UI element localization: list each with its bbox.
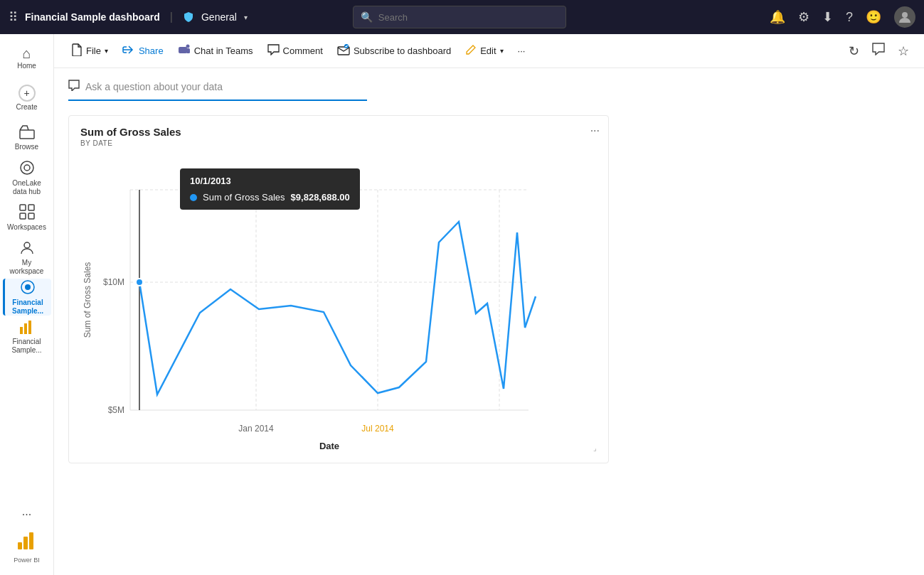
sidebar-item-onelake-label: OneLakedata hub [12, 179, 41, 196]
more-options-button[interactable]: ··· [512, 42, 531, 60]
chart-svg: $10M $5M Jan 2014 Jul 2014 Date Sum of G… [80, 154, 543, 453]
main-layout: ⌂ Home + Create Browse OneLakedata hub W… [0, 34, 924, 575]
chat-in-teams-label: Chat in Teams [194, 45, 253, 56]
svg-text:$10M: $10M [103, 277, 124, 287]
favorite-button[interactable]: ☆ [894, 40, 913, 63]
svg-rect-6 [20, 213, 26, 219]
sidebar: ⌂ Home + Create Browse OneLakedata hub W… [0, 34, 54, 575]
search-icon: 🔍 [361, 11, 373, 23]
svg-rect-1 [20, 130, 34, 139]
chat-in-teams-button[interactable]: Chat in Teams [172, 41, 259, 61]
create-icon: + [18, 85, 36, 102]
search-bar[interactable]: 🔍 [353, 6, 566, 28]
sidebar-item-myworkspace-label: Myworkspace [10, 259, 44, 276]
edit-button[interactable]: Edit ▾ [460, 41, 509, 61]
nav-divider: | [170, 11, 173, 23]
sidebar-item-financialsample2-label: FinancialSample... [11, 338, 41, 355]
workspace-name[interactable]: General [201, 11, 237, 23]
sidebar-item-browse-label: Browse [15, 143, 38, 151]
svg-text:Sum of Gross Sales: Sum of Gross Sales [83, 262, 92, 338]
browse-icon [19, 125, 35, 141]
teams-icon [178, 44, 191, 58]
powerbi-logo: Power BI [14, 527, 40, 564]
toolbar-chat-button[interactable] [869, 39, 888, 63]
sidebar-item-create-label: Create [16, 103, 37, 112]
svg-point-2 [21, 161, 33, 174]
share-button[interactable]: Share [117, 41, 169, 61]
qa-icon [68, 80, 80, 94]
financialsample2-icon [19, 320, 35, 336]
qa-placeholder: Ask a question about your data [85, 81, 223, 92]
app-grid-icon[interactable]: ⠿ [9, 9, 18, 25]
file-button[interactable]: File ▾ [65, 40, 114, 62]
sidebar-item-create[interactable]: + Create [3, 80, 51, 117]
qa-bar[interactable]: Ask a question about your data [68, 80, 367, 101]
workspaces-icon [19, 204, 35, 222]
svg-rect-7 [28, 213, 34, 219]
comment-label: Comment [283, 45, 323, 56]
svg-point-18 [186, 45, 189, 48]
svg-point-10 [25, 284, 31, 290]
sidebar-item-browse[interactable]: Browse [3, 119, 51, 156]
svg-rect-4 [20, 205, 26, 210]
avatar[interactable] [894, 6, 915, 28]
sidebar-item-myworkspace[interactable]: Myworkspace [3, 239, 51, 276]
onelake-icon [19, 160, 35, 178]
svg-rect-11 [20, 327, 23, 334]
svg-rect-12 [24, 323, 27, 334]
chart-wrapper: $10M $5M Jan 2014 Jul 2014 Date Sum of G… [80, 154, 597, 453]
sidebar-item-financialsample[interactable]: FinancialSample... [3, 279, 51, 316]
chart-title: Sum of Gross Sales [80, 126, 597, 138]
powerbi-label: Power BI [14, 557, 40, 564]
top-nav: ⠿ Financial Sample dashboard | General ▾… [0, 0, 924, 34]
refresh-button[interactable]: ↻ [845, 40, 863, 63]
myworkspace-icon [19, 240, 35, 257]
more-button[interactable]: ··· [22, 508, 31, 521]
shield-badge [183, 11, 194, 23]
svg-text:Jul 2014: Jul 2014 [361, 424, 394, 434]
sidebar-bottom: ··· Power BI [14, 508, 40, 569]
nav-right: 🔔 ⚙ ⬇ ? 🙂 [770, 6, 915, 28]
edit-label: Edit [480, 45, 496, 56]
comment-button[interactable]: Comment [262, 41, 329, 61]
nav-left: ⠿ Financial Sample dashboard | General ▾ [9, 9, 248, 25]
share-icon [122, 44, 135, 58]
app-title: Financial Sample dashboard [25, 11, 160, 23]
feedback-button[interactable]: 🙂 [866, 9, 881, 25]
chart-menu-button[interactable]: ··· [590, 124, 600, 137]
svg-point-8 [24, 242, 30, 248]
home-icon: ⌂ [22, 46, 31, 60]
settings-button[interactable]: ⚙ [798, 9, 809, 25]
help-button[interactable]: ? [846, 10, 853, 25]
sidebar-item-financialsample2[interactable]: FinancialSample... [3, 318, 51, 355]
svg-rect-15 [23, 537, 28, 549]
content-area: File ▾ Share Chat in Teams Comment [54, 34, 924, 575]
chart-subtitle: BY DATE [80, 139, 597, 147]
notifications-button[interactable]: 🔔 [770, 9, 785, 25]
comment-icon [267, 44, 280, 58]
svg-point-0 [902, 12, 908, 18]
edit-chevron-icon: ▾ [500, 47, 504, 55]
svg-rect-13 [28, 321, 31, 334]
file-icon [71, 43, 83, 58]
resize-handle[interactable]: ⌟ [588, 444, 597, 453]
share-label: Share [139, 45, 164, 56]
search-input[interactable] [378, 12, 558, 23]
sidebar-item-workspaces[interactable]: Workspaces [3, 199, 51, 236]
svg-rect-19 [186, 48, 190, 53]
chart-tile: Sum of Gross Sales BY DATE ··· [68, 115, 609, 463]
toolbar-right: ↻ ☆ [845, 39, 913, 63]
sidebar-item-workspaces-label: Workspaces [7, 223, 46, 232]
workspace-chevron-icon[interactable]: ▾ [244, 14, 248, 21]
svg-text:Jan 2014: Jan 2014 [238, 424, 274, 434]
sidebar-item-onelake[interactable]: OneLakedata hub [3, 159, 51, 196]
svg-rect-14 [18, 542, 22, 549]
shield-icon [183, 11, 194, 23]
svg-text:$5M: $5M [108, 405, 124, 415]
subscribe-button[interactable]: Subscribe to dashboard [331, 41, 457, 61]
sidebar-item-home-label: Home [17, 62, 36, 70]
more-options-label: ··· [518, 45, 526, 56]
sidebar-item-home[interactable]: ⌂ Home [3, 40, 51, 77]
page-content: Ask a question about your data Sum of Gr… [54, 68, 924, 575]
download-button[interactable]: ⬇ [822, 9, 833, 25]
